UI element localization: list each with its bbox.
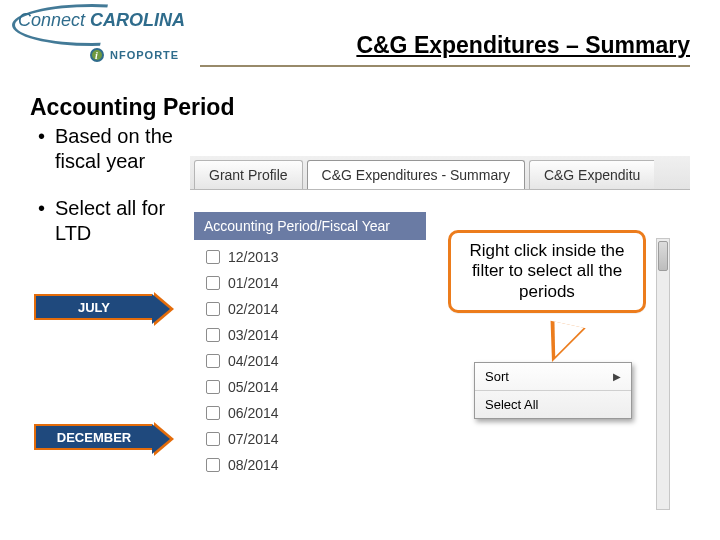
period-label: 07/2014 bbox=[228, 431, 279, 447]
bullet-list: Based on the fiscal year Select all for … bbox=[38, 124, 188, 268]
checkbox-icon[interactable] bbox=[206, 276, 220, 290]
arrow-label-text: JULY bbox=[78, 300, 110, 315]
menu-item-label: Select All bbox=[485, 397, 538, 412]
scrollbar[interactable] bbox=[656, 238, 670, 510]
period-label: 02/2014 bbox=[228, 301, 279, 317]
period-label: 04/2014 bbox=[228, 353, 279, 369]
checkbox-icon[interactable] bbox=[206, 432, 220, 446]
arrow-label-december: DECEMBER bbox=[34, 424, 152, 450]
checkbox-icon[interactable] bbox=[206, 328, 220, 342]
info-icon: i bbox=[90, 48, 104, 62]
checkbox-icon[interactable] bbox=[206, 406, 220, 420]
period-row[interactable]: 08/2014 bbox=[206, 452, 690, 478]
page-title: C&G Expenditures – Summary bbox=[200, 32, 690, 59]
connect-carolina-logo: Connect CAROLINA bbox=[18, 10, 185, 31]
tab-bar: Grant Profile C&G Expenditures - Summary… bbox=[190, 156, 690, 190]
callout-text: Right click inside the filter to select … bbox=[470, 241, 625, 301]
bullet-text: Select all for LTD bbox=[55, 196, 175, 246]
bullet-item: Select all for LTD bbox=[38, 196, 188, 246]
period-label: 12/2013 bbox=[228, 249, 279, 265]
instruction-callout: Right click inside the filter to select … bbox=[448, 230, 646, 313]
period-row[interactable]: 03/2014 bbox=[206, 322, 690, 348]
menu-item-sort[interactable]: Sort ▶ bbox=[475, 363, 631, 390]
menu-item-select-all[interactable]: Select All bbox=[475, 390, 631, 418]
context-menu: Sort ▶ Select All bbox=[474, 362, 632, 419]
checkbox-icon[interactable] bbox=[206, 354, 220, 368]
checkbox-icon[interactable] bbox=[206, 302, 220, 316]
arrow-label-july: JULY bbox=[34, 294, 152, 320]
section-subtitle: Accounting Period bbox=[30, 94, 234, 121]
infoporte-logo: i NFOPORTE bbox=[90, 48, 179, 62]
app-screenshot: Grant Profile C&G Expenditures - Summary… bbox=[190, 156, 690, 514]
period-label: 03/2014 bbox=[228, 327, 279, 343]
checkbox-icon[interactable] bbox=[206, 380, 220, 394]
period-label: 08/2014 bbox=[228, 457, 279, 473]
menu-item-label: Sort bbox=[485, 369, 509, 384]
scrollbar-thumb[interactable] bbox=[658, 241, 668, 271]
slide-header: Connect CAROLINA i NFOPORTE C&G Expendit… bbox=[0, 0, 720, 68]
period-label: 06/2014 bbox=[228, 405, 279, 421]
period-label: 05/2014 bbox=[228, 379, 279, 395]
tab-cg-summary[interactable]: C&G Expenditures - Summary bbox=[307, 160, 525, 189]
filter-section-label: Accounting Period/Fiscal Year bbox=[194, 212, 426, 240]
checkbox-icon[interactable] bbox=[206, 458, 220, 472]
tab-grant-profile[interactable]: Grant Profile bbox=[194, 160, 303, 189]
period-label: 01/2014 bbox=[228, 275, 279, 291]
bullet-text: Based on the fiscal year bbox=[55, 124, 175, 174]
title-bar: C&G Expenditures – Summary bbox=[200, 32, 690, 67]
infoporte-text: NFOPORTE bbox=[110, 49, 179, 61]
submenu-arrow-icon: ▶ bbox=[613, 371, 621, 382]
checkbox-icon[interactable] bbox=[206, 250, 220, 264]
bullet-item: Based on the fiscal year bbox=[38, 124, 188, 174]
tab-cg-expenditures-cut[interactable]: C&G Expenditu bbox=[529, 160, 655, 189]
arrow-label-text: DECEMBER bbox=[57, 430, 131, 445]
period-row[interactable]: 07/2014 bbox=[206, 426, 690, 452]
